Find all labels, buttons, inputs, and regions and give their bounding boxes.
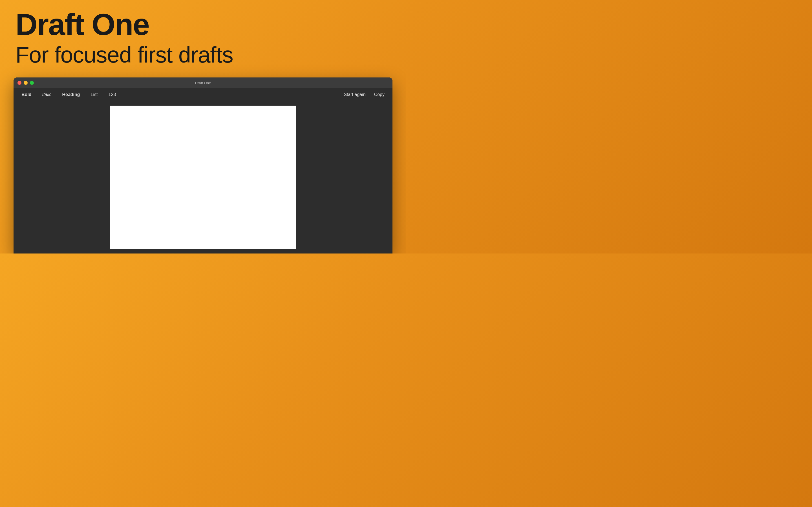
window-controls (17, 81, 34, 85)
editor-area[interactable] (110, 106, 296, 249)
minimize-button[interactable] (24, 81, 28, 85)
app-window: Draft One Bold Italic Heading List 123 S… (13, 77, 393, 253)
formatting-buttons: Bold Italic Heading List 123 (19, 91, 118, 98)
window-toolbar: Bold Italic Heading List 123 Start again… (13, 88, 393, 101)
bold-button[interactable]: Bold (19, 91, 34, 98)
window-title: Draft One (195, 81, 211, 85)
list-button[interactable]: List (89, 91, 100, 98)
maximize-button[interactable] (30, 81, 34, 85)
app-tagline: For focused first drafts (15, 43, 233, 67)
word-count-button[interactable]: 123 (106, 91, 118, 98)
close-button[interactable] (17, 81, 21, 85)
action-buttons: Start again Copy (342, 91, 387, 98)
italic-button[interactable]: Italic (40, 91, 54, 98)
window-content (13, 101, 393, 253)
app-title: Draft One (15, 8, 233, 40)
copy-button[interactable]: Copy (372, 91, 387, 98)
hero-section: Draft One For focused first drafts (15, 8, 233, 67)
start-again-button[interactable]: Start again (342, 91, 368, 98)
window-titlebar: Draft One (13, 77, 393, 88)
heading-button[interactable]: Heading (60, 91, 82, 98)
